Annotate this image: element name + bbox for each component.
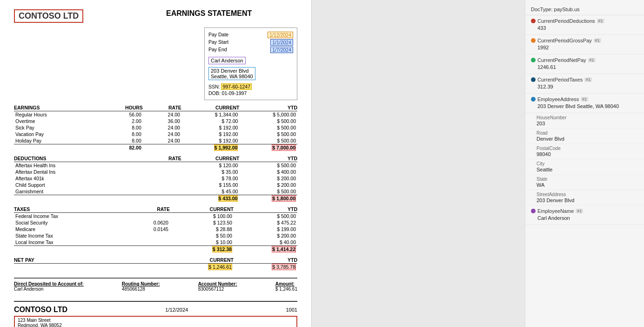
earnings-row: Holiday Pay 8.00 24.00 $ 192.00 $ 500.00 [14, 137, 297, 144]
dd-routing-label: Routing Number: [122, 281, 160, 286]
tax-total-current: $ 312.38 [212, 246, 232, 252]
deductions-totals-table: $ 433.00 $ 1,800.00 [14, 195, 297, 202]
earnings-row-rate: 36.00 [143, 118, 181, 124]
earnings-total-hours-cell: 82.00 [104, 144, 143, 151]
rp-badge-CurrentPeriodTaxes: #1 [584, 77, 592, 82]
ded-total-current: $ 433.00 [218, 195, 238, 202]
tax-row-label: State Income Tax [14, 232, 127, 239]
dd-account-num-label: Account Number: [198, 281, 237, 286]
earnings-row-hours: 2.00 [104, 118, 143, 124]
pay-date-label: Pay Date [208, 32, 228, 38]
netpay-totals-table: $ 1,246.61 $ 3,785.78 [14, 264, 297, 270]
earnings-col-label: EARNINGS [14, 105, 104, 110]
taxes-header-table: TAXES RATE CURRENT YTD [14, 206, 297, 212]
earnings-total-row: 82.00 $ 1,992.00 $ 7,000.00 [14, 144, 297, 151]
earnings-header-table: EARNINGS HOURS RATE CURRENT YTD [14, 105, 297, 110]
earnings-totals-table: 82.00 $ 1,992.00 $ 7,000.00 [14, 144, 297, 151]
taxes-row: Federal Income Tax $ 100.00 $ 500.00 [14, 213, 297, 219]
taxes-row: Medicare 0.0145 $ 28.88 $ 199.00 [14, 226, 297, 232]
ded-row-label: Aftertax 401k [14, 175, 143, 182]
tax-row-ytd: $ 40.00 [234, 239, 297, 245]
tax-col-ytd: YTD [234, 206, 297, 212]
rp-item-CurrentPeriodTaxes: CurrentPeriodTaxes #1 312.39 [525, 74, 644, 94]
deductions-row: Aftertax Dental Ins $ 35.00 $ 400.00 [14, 169, 297, 175]
earnings-row-label: Regular Hours [14, 111, 104, 118]
tax-row-rate: 0.0620 [127, 219, 170, 226]
taxes-totals-table: $ 312.38 $ 1,414.22 [14, 245, 297, 252]
rp-sub-value-State: WA [537, 182, 638, 188]
tax-row-current: $ 28.88 [170, 226, 234, 232]
tax-col-rate: RATE [127, 206, 170, 212]
earnings-total-current-cell: $ 1,992.00 [181, 144, 240, 151]
netpay-col-label: NET PAY [14, 257, 170, 263]
footer-date: 1/12/2024 [165, 307, 188, 313]
deductions-header-table: DEDUCTIONS RATE CURRENT YTD [14, 156, 297, 161]
netpay-total-label-cell [14, 264, 170, 270]
dd-amount-col: Amount: $ 1,246.61 [275, 281, 297, 292]
tax-row-rate: 0.0145 [127, 226, 170, 232]
taxes-row: Social Security 0.0620 $ 123.50 $ 475.22 [14, 219, 297, 226]
footer-main-row: CONTOSO LTD 1/12/2024 1001 [14, 306, 297, 314]
ded-col-label: DEDUCTIONS [14, 156, 143, 161]
ded-row-label: Child Support [14, 182, 143, 188]
rp-sub-EmployeeAddress-State: State WA [525, 175, 644, 190]
netpay-current: $ 1,246.61 [208, 264, 232, 270]
tax-row-current: $ 100.00 [170, 213, 234, 219]
employee-addr2: Seattle, WA 98040 [211, 74, 253, 79]
ded-row-ytd: $ 500.00 [239, 162, 297, 169]
earnings-row: Regular Hours 56.00 24.00 $ 1,344.00 $ 5… [14, 111, 297, 118]
rp-label-CurrentPeriodNetPay: CurrentPeriodNetPay [537, 57, 586, 63]
footer-address-box: 123 Main Street Redmond, WA 98052 [14, 316, 297, 327]
rp-sub-label-Road: Road [537, 130, 638, 136]
ded-row-label: Garnishment [14, 188, 143, 195]
dd-account-col: Direct Deposited to Account of: Carl And… [14, 281, 84, 292]
rp-sub-value-City: Seattle [537, 167, 638, 172]
tax-row-ytd: $ 200.00 [234, 232, 297, 239]
ded-row-current: $ 35.00 [181, 169, 240, 175]
deductions-row: Aftertax Health Ins $ 120.00 $ 500.00 [14, 162, 297, 169]
direct-deposit-section: Direct Deposited to Account of: Carl And… [14, 278, 297, 292]
earnings-row-hours: 8.00 [104, 124, 143, 131]
rp-dot-EmployeeName [531, 209, 536, 213]
earnings-row-label: Sick Pay [14, 124, 104, 131]
rp-item-CurrentPeriodDeductions: CurrentPeriodDeductions #1 433 [525, 15, 644, 35]
earnings-row-ytd: $ 500.00 [239, 118, 297, 124]
pay-end-value: 1/7/2024 [270, 47, 293, 53]
rp-label-CurrentPeriodTaxes: CurrentPeriodTaxes [537, 77, 583, 82]
rp-dot-CurrentPeriodDeductions [531, 19, 536, 23]
ded-row-current: $ 45.00 [181, 188, 240, 195]
tax-row-current: $ 123.50 [170, 219, 234, 226]
deductions-total-row: $ 433.00 $ 1,800.00 [14, 195, 297, 202]
rp-item-EmployeeName: EmployeeName #1 Carl Anderson [525, 205, 644, 225]
ded-row-rate [143, 188, 181, 195]
tax-row-rate [127, 213, 170, 219]
deductions-table: Aftertax Health Ins $ 120.00 $ 500.00 Af… [14, 162, 297, 195]
ded-total-rate-cell [143, 195, 181, 202]
tax-col-label: TAXES [14, 206, 127, 212]
rp-sub-EmployeeAddress-StreetAddress: StreetAddress 203 Denver Blvd [525, 190, 644, 205]
rp-sub-EmployeeAddress-HouseNumber: HouseNumber 203 [525, 113, 644, 129]
dd-account-num-col: Account Number: 8300567112 [198, 281, 237, 292]
netpay-header-table: NET PAY CURRENT YTD [14, 257, 297, 263]
earnings-row-rate: 24.00 [143, 111, 181, 118]
ded-row-rate [143, 162, 181, 169]
tax-row-ytd: $ 475.22 [234, 219, 297, 226]
earnings-row-hours: 8.00 [104, 131, 143, 137]
rp-sub-EmployeeAddress-PostalCode: PostalCode 98040 [525, 144, 644, 159]
ded-row-ytd: $ 500.00 [239, 188, 297, 195]
rp-sub-label-City: City [537, 161, 638, 166]
rp-dot-EmployeeAddress [531, 97, 536, 102]
rp-sub-label-State: State [537, 177, 638, 182]
employee-dob-row: DOB: 01-09-1997 [208, 90, 293, 96]
tax-row-ytd: $ 199.00 [234, 226, 297, 232]
pay-start-label: Pay Start [208, 39, 228, 46]
middle-area [312, 0, 525, 327]
earnings-row-rate: 24.00 [143, 124, 181, 131]
rp-value-CurrentPeriodTaxes: 312.39 [531, 84, 638, 89]
rp-sub-EmployeeAddress-City: City Seattle [525, 159, 644, 175]
doctype-label: DocType: payStub.us [525, 4, 644, 15]
tax-row-label: Federal Income Tax [14, 213, 127, 219]
rp-badge-EmployeeAddress: #1 [581, 97, 588, 102]
rp-item-CurrentPeriodGrossPay: CurrentPeriodGrossPay #1 1992 [525, 35, 644, 54]
rp-item-header-CurrentPeriodDeductions: CurrentPeriodDeductions #1 [531, 18, 638, 24]
